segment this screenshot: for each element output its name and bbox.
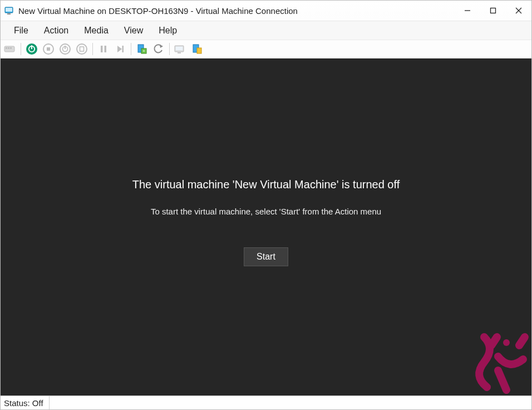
toolbar: + [1,40,531,58]
toolbar-separator [169,43,170,55]
svg-rect-15 [47,47,50,51]
svg-rect-9 [8,47,9,49]
vm-state-subtext: To start the virtual machine, select 'St… [151,207,381,216]
menu-help[interactable]: Help [151,23,185,38]
status-text: Status: Off [4,396,50,409]
app-window: New Virtual Machine on DESKTOP-OH163N9 -… [0,0,532,410]
svg-rect-22 [105,46,107,52]
watermark-icon [454,323,531,401]
svg-line-36 [519,337,525,345]
checkpoint-button[interactable]: + [135,42,149,56]
svg-rect-10 [10,47,12,49]
menu-media[interactable]: Media [76,23,116,38]
svg-rect-4 [491,8,496,13]
svg-text:+: + [142,48,145,53]
svg-rect-8 [6,47,7,49]
menu-view[interactable]: View [116,23,151,38]
reset-button [113,42,127,56]
menu-action[interactable]: Action [36,23,76,38]
svg-rect-33 [197,48,201,53]
share-button[interactable] [190,42,204,56]
vm-state-heading: The virtual machine 'New Virtual Machine… [132,178,400,191]
svg-point-19 [77,44,87,54]
svg-rect-2 [7,13,11,14]
close-button[interactable] [506,2,531,19]
svg-rect-30 [176,47,183,51]
start-button[interactable]: Start [244,247,288,266]
save-button [75,42,89,56]
svg-rect-24 [122,46,124,52]
menu-file[interactable]: File [6,23,36,38]
toolbar-separator [92,43,93,55]
toolbar-separator [131,43,131,55]
window-title: New Virtual Machine on DESKTOP-OH163N9 -… [18,6,298,16]
menubar: File Action Media View Help [1,21,531,40]
enhanced-session-button [173,42,188,56]
turn-off-button [41,42,56,56]
statusbar: Status: Off [1,396,531,409]
pause-button [96,42,111,56]
vm-display-area: The virtual machine 'New Virtual Machine… [1,58,531,396]
svg-point-34 [503,339,510,346]
start-button-toolbar[interactable] [24,42,39,56]
maximize-button[interactable] [480,2,506,19]
svg-marker-23 [117,46,122,52]
svg-rect-20 [80,47,84,51]
svg-marker-28 [160,45,163,48]
shutdown-button [58,42,72,56]
revert-button[interactable] [151,42,166,56]
titlebar: New Virtual Machine on DESKTOP-OH163N9 -… [1,1,531,21]
svg-rect-1 [6,8,12,12]
svg-rect-31 [178,52,181,53]
ctrl-alt-del-button [3,42,17,56]
toolbar-separator [21,43,21,55]
minimize-button[interactable] [455,2,480,19]
svg-rect-7 [4,46,14,52]
svg-rect-21 [101,46,103,52]
app-icon [4,5,15,16]
svg-line-35 [491,337,497,345]
